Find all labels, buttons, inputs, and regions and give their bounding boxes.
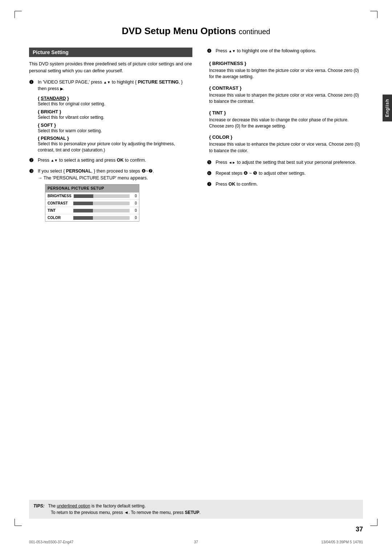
sub-option-personal-title: { PERSONAL } <box>38 136 192 141</box>
sub-options-right: { BRIGHTNESS } Increase this value to br… <box>209 61 363 154</box>
step-6-content: Repeat steps ❹ ~ ❺ to adjust other setti… <box>216 170 363 177</box>
step-3: ❸ If you select { PERSONAL, } then proce… <box>29 168 192 222</box>
pps-bar-brightness <box>74 194 130 198</box>
pps-row-color: COLOR 0 <box>45 214 139 221</box>
pps-value-color: 0 <box>132 215 137 220</box>
step-4-num: ❹ <box>207 47 213 55</box>
content-area: Picture Setting This DVD system provides… <box>29 48 363 225</box>
sub-options-left: { STANDARD } Select this for original co… <box>38 96 192 153</box>
sub-option-personal: { PERSONAL } Select this to personalize … <box>38 136 192 153</box>
pps-value-tint: 0 <box>132 208 137 213</box>
step-6: ❻ Repeat steps ❹ ~ ❺ to adjust other set… <box>207 170 363 177</box>
section-header: Picture Setting <box>29 48 192 57</box>
step-1-content: In 'VIDEO SETUP PAGE,' press ▲▼ to highl… <box>38 79 192 93</box>
sub-option-personal-desc: Select this to personalize your picture … <box>38 141 192 153</box>
tint-desc: Increase or decrease this value to chang… <box>209 117 363 130</box>
sub-option-bright: { BRIGHT } Select this for vibrant color… <box>38 109 192 121</box>
pps-box: PERSONAL PICTURE SETUP BRIGHTNESS 0 CONT… <box>45 184 139 222</box>
step-7: ❼ Press OK to confirm. <box>207 181 363 188</box>
footer-left: 001-053-hts5500-37-Eng47 <box>29 540 73 544</box>
right-section-color: { COLOR } Increase this value to enhance… <box>209 134 363 154</box>
sub-option-bright-desc: Select this for vibrant color setting. <box>38 114 192 121</box>
page-title: DVD Setup Menu Options continued <box>29 25 363 37</box>
footer-right: 13/04/05 3:39PM 5 14781 <box>321 540 363 544</box>
page-number: 37 <box>356 526 363 533</box>
pps-bar-contrast <box>73 202 130 205</box>
step-4-content: Press ▲▼ to highlight one of the followi… <box>216 48 363 55</box>
sub-option-soft-title: { SOFT } <box>38 123 192 128</box>
pps-row-contrast: CONTRAST 0 <box>45 200 139 207</box>
step-7-num: ❼ <box>207 181 213 188</box>
tint-title: { TINT } <box>209 110 363 116</box>
contrast-title: { CONTRAST } <box>209 85 363 91</box>
tips-label: TIPS: <box>33 503 45 509</box>
brightness-title: { BRIGHTNESS } <box>209 61 363 66</box>
pps-value-brightness: 0 <box>132 193 137 199</box>
right-section-brightness: { BRIGHTNESS } Increase this value to br… <box>209 61 363 80</box>
step-5-content: Press ◄► to adjust the setting that best… <box>216 159 363 166</box>
color-desc: Increase this value to enhance the pictu… <box>209 141 363 154</box>
right-section-tint: { TINT } Increase or decrease this value… <box>209 110 363 130</box>
sub-option-soft: { SOFT } Select this for warm color sett… <box>38 123 192 134</box>
sub-option-standard-title: { STANDARD } <box>38 96 192 101</box>
step-2: ❷ Press ▲▼ to select a setting and press… <box>29 157 192 164</box>
footer-center: 37 <box>194 540 198 544</box>
contrast-desc: Increase this value to sharpen the pictu… <box>209 92 363 105</box>
tips-bar: TIPS: The underlined option is the facto… <box>29 500 363 519</box>
step-3-num: ❸ <box>29 167 36 222</box>
pps-row-brightness: BRIGHTNESS 0 <box>45 193 139 200</box>
pps-label-color: COLOR <box>48 215 71 220</box>
pps-bar-color <box>73 216 130 220</box>
pps-bar-contrast-fill <box>73 202 93 205</box>
step-2-num: ❷ <box>29 157 36 164</box>
pps-row-tint: TINT 0 <box>45 207 139 214</box>
pps-header: PERSONAL PICTURE SETUP <box>45 185 139 193</box>
pps-label-contrast: CONTRAST <box>48 200 71 206</box>
pps-label-tint: TINT <box>48 208 71 213</box>
sub-option-bright-title: { BRIGHT } <box>38 109 192 114</box>
step-4: ❹ Press ▲▼ to highlight one of the follo… <box>207 48 363 55</box>
color-title: { COLOR } <box>209 134 363 140</box>
step-5: ❺ Press ◄► to adjust the setting that be… <box>207 159 363 166</box>
tips-line1: The underlined option is the factory def… <box>48 503 146 509</box>
english-tab: English <box>383 94 392 121</box>
corner-tr <box>370 11 377 18</box>
sub-option-soft-desc: Select this for warm color setting. <box>38 128 192 134</box>
sub-option-standard: { STANDARD } Select this for original co… <box>38 96 192 107</box>
brightness-desc: Increase this value to brighten the pict… <box>209 68 363 80</box>
step-2-content: Press ▲▼ to select a setting and press O… <box>38 157 192 164</box>
pps-bar-color-fill <box>73 216 93 220</box>
tips-line1-indent: To return to the previous menu, press ◄.… <box>51 510 201 515</box>
pps-label-brightness: BRIGHTNESS <box>48 193 72 199</box>
step-5-num: ❺ <box>207 159 213 166</box>
pps-bar-tint-fill <box>73 209 93 212</box>
step-1: ❶ In 'VIDEO SETUP PAGE,' press ▲▼ to hig… <box>29 79 192 93</box>
step-7-content: Press OK to confirm. <box>216 181 363 188</box>
corner-bl <box>15 519 22 526</box>
page-container: English DVD Setup Menu Options continued… <box>0 0 392 555</box>
pps-value-contrast: 0 <box>132 200 137 206</box>
corner-br <box>370 519 377 526</box>
step-6-num: ❻ <box>207 170 213 177</box>
pps-bar-brightness-fill <box>74 194 93 198</box>
step-3-content: If you select { PERSONAL, } then proceed… <box>38 168 192 222</box>
corner-tl <box>15 11 22 18</box>
pps-bar-tint <box>73 209 130 212</box>
sub-option-standard-desc: Select this for original color setting. <box>38 101 192 107</box>
right-section-contrast: { CONTRAST } Increase this value to shar… <box>209 85 363 105</box>
left-column: Picture Setting This DVD system provides… <box>29 48 192 225</box>
right-column: ❹ Press ▲▼ to highlight one of the follo… <box>207 48 363 225</box>
step-1-num: ❶ <box>29 78 36 93</box>
intro-text: This DVD system provides three predefine… <box>29 61 192 74</box>
